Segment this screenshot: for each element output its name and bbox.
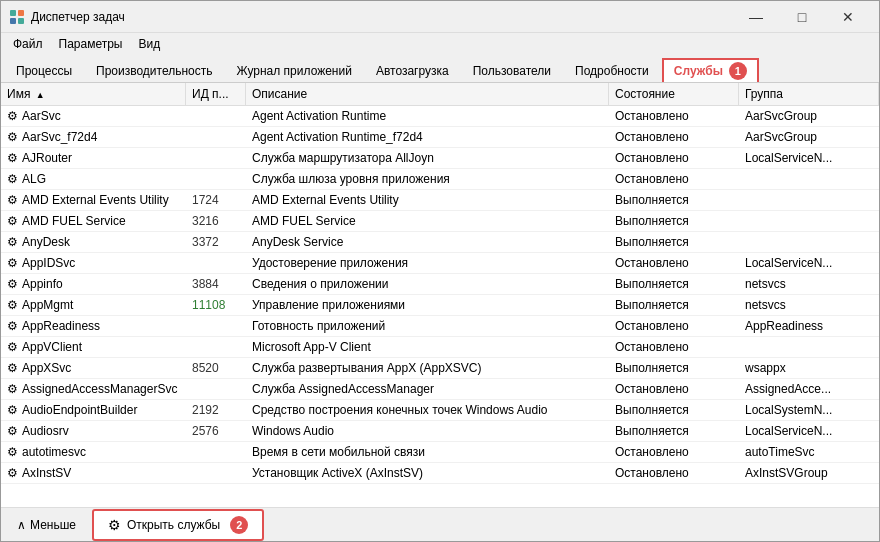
svg-rect-1 (18, 10, 24, 16)
col-group[interactable]: Группа (739, 83, 879, 105)
col-name[interactable]: Имя ▲ (1, 83, 186, 105)
open-services-badge: 2 (230, 516, 248, 534)
cell-group: LocalServiceN... (739, 421, 879, 441)
col-pid[interactable]: ИД п... (186, 83, 246, 105)
cell-description: AMD FUEL Service (246, 211, 609, 231)
table-row[interactable]: ⚙AxInstSVУстановщик ActiveX (AxInstSV)Ос… (1, 463, 879, 484)
cell-status: Выполняется (609, 400, 739, 420)
cell-pid: 2576 (186, 421, 246, 441)
cell-pid: 3884 (186, 274, 246, 294)
cell-name: ⚙Audiosrv (1, 421, 186, 441)
cell-description: AnyDesk Service (246, 232, 609, 252)
table-row[interactable]: ⚙AJRouterСлужба маршрутизатора AllJoynОс… (1, 148, 879, 169)
cell-description: Сведения о приложении (246, 274, 609, 294)
table-row[interactable]: ⚙ALGСлужба шлюза уровня приложенияОстано… (1, 169, 879, 190)
service-icon: ⚙ (7, 109, 18, 123)
cell-description: AMD External Events Utility (246, 190, 609, 210)
less-label: Меньше (30, 518, 76, 532)
cell-pid (186, 337, 246, 357)
minimize-button[interactable]: — (733, 1, 779, 33)
cell-status: Выполняется (609, 421, 739, 441)
service-icon: ⚙ (7, 214, 18, 228)
svg-rect-2 (10, 18, 16, 24)
cell-pid (186, 379, 246, 399)
cell-name: ⚙ALG (1, 169, 186, 189)
close-button[interactable]: ✕ (825, 1, 871, 33)
cell-group (739, 190, 879, 210)
table-body[interactable]: ⚙AarSvcAgent Activation RuntimeОстановле… (1, 106, 879, 507)
tab-services[interactable]: Службы 1 (662, 58, 759, 82)
cell-description: Удостоверение приложения (246, 253, 609, 273)
tab-startup[interactable]: Автозагрузка (365, 58, 460, 82)
window-title: Диспетчер задач (31, 10, 733, 24)
cell-description: Время в сети мобильной связи (246, 442, 609, 462)
table-row[interactable]: ⚙AppMgmt11108Управление приложениямиВыпо… (1, 295, 879, 316)
table-row[interactable]: ⚙AMD FUEL Service3216AMD FUEL ServiceВып… (1, 211, 879, 232)
less-button[interactable]: ∧ Меньше (9, 514, 84, 536)
cell-description: Служба шлюза уровня приложения (246, 169, 609, 189)
cell-description: Служба развертывания AppX (AppXSVC) (246, 358, 609, 378)
service-icon: ⚙ (7, 340, 18, 354)
tab-performance[interactable]: Производительность (85, 58, 223, 82)
cell-status: Остановлено (609, 442, 739, 462)
cell-name: ⚙AssignedAccessManagerSvc (1, 379, 186, 399)
chevron-down-icon: ∧ (17, 518, 26, 532)
menu-file[interactable]: Файл (5, 35, 51, 53)
cell-pid (186, 316, 246, 336)
tab-processes[interactable]: Процессы (5, 58, 83, 82)
cell-pid (186, 169, 246, 189)
task-manager-window: Диспетчер задач — □ ✕ Файл Параметры Вид… (0, 0, 880, 542)
table-row[interactable]: ⚙Appinfo3884Сведения о приложенииВыполня… (1, 274, 879, 295)
cell-description: Agent Activation Runtime_f72d4 (246, 127, 609, 147)
cell-group: AarSvcGroup (739, 106, 879, 126)
table-row[interactable]: ⚙AppVClientMicrosoft App-V ClientОстанов… (1, 337, 879, 358)
table-row[interactable]: ⚙AppXSvc8520Служба развертывания AppX (A… (1, 358, 879, 379)
table-row[interactable]: ⚙autotimesvcВремя в сети мобильной связи… (1, 442, 879, 463)
titlebar: Диспетчер задач — □ ✕ (1, 1, 879, 33)
cell-status: Выполняется (609, 295, 739, 315)
table-row[interactable]: ⚙AppReadinessГотовность приложенийОстано… (1, 316, 879, 337)
table-row[interactable]: ⚙AnyDesk3372AnyDesk ServiceВыполняется (1, 232, 879, 253)
open-services-button[interactable]: ⚙ Открыть службы 2 (92, 509, 264, 541)
menu-view[interactable]: Вид (130, 35, 168, 53)
cell-pid: 11108 (186, 295, 246, 315)
tab-details[interactable]: Подробности (564, 58, 660, 82)
cell-name: ⚙AnyDesk (1, 232, 186, 252)
cell-group: AarSvcGroup (739, 127, 879, 147)
cell-status: Остановлено (609, 379, 739, 399)
table-row[interactable]: ⚙Audiosrv2576Windows AudioВыполняетсяLoc… (1, 421, 879, 442)
cell-group: LocalSystemN... (739, 400, 879, 420)
service-icon: ⚙ (7, 256, 18, 270)
table-row[interactable]: ⚙AudioEndpointBuilder2192Средство постро… (1, 400, 879, 421)
cell-pid: 8520 (186, 358, 246, 378)
table-row[interactable]: ⚙AarSvcAgent Activation RuntimeОстановле… (1, 106, 879, 127)
svg-rect-3 (18, 18, 24, 24)
svg-rect-0 (10, 10, 16, 16)
cell-name: ⚙AMD FUEL Service (1, 211, 186, 231)
service-icon: ⚙ (7, 445, 18, 459)
cell-pid (186, 463, 246, 483)
tab-users[interactable]: Пользователи (462, 58, 562, 82)
menu-parameters[interactable]: Параметры (51, 35, 131, 53)
cell-pid (186, 148, 246, 168)
cell-status: Остановлено (609, 337, 739, 357)
table-row[interactable]: ⚙AssignedAccessManagerSvcСлужба Assigned… (1, 379, 879, 400)
cell-status: Выполняется (609, 358, 739, 378)
col-status[interactable]: Состояние (609, 83, 739, 105)
table-row[interactable]: ⚙AppIDSvcУдостоверение приложенияОстанов… (1, 253, 879, 274)
cell-pid (186, 127, 246, 147)
col-description[interactable]: Описание (246, 83, 609, 105)
table-row[interactable]: ⚙AarSvc_f72d4Agent Activation Runtime_f7… (1, 127, 879, 148)
table-row[interactable]: ⚙AMD External Events Utility1724AMD Exte… (1, 190, 879, 211)
cell-status: Выполняется (609, 211, 739, 231)
maximize-button[interactable]: □ (779, 1, 825, 33)
cell-name: ⚙AxInstSV (1, 463, 186, 483)
tab-app-history[interactable]: Журнал приложений (226, 58, 363, 82)
cell-group (739, 211, 879, 231)
service-icon: ⚙ (7, 298, 18, 312)
cell-status: Остановлено (609, 316, 739, 336)
tabbar: Процессы Производительность Журнал прило… (1, 55, 879, 83)
cell-description: Служба маршрутизатора AllJoyn (246, 148, 609, 168)
cell-name: ⚙AJRouter (1, 148, 186, 168)
service-icon: ⚙ (7, 403, 18, 417)
